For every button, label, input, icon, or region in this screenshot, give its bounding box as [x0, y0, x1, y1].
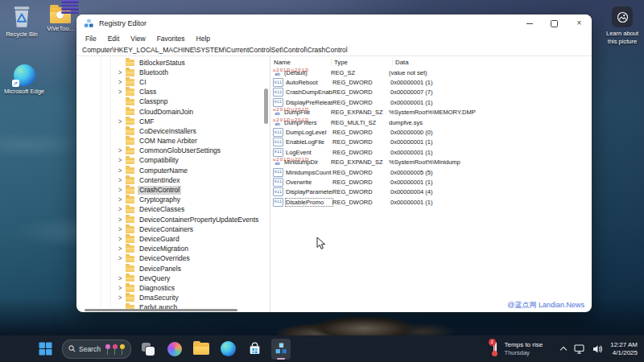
- value-row-displayparameters[interactable]: 011DisplayParametersREG_DWORD0x00000004 …: [270, 187, 592, 197]
- chevron-right-icon[interactable]: >: [118, 68, 126, 76]
- menu-help[interactable]: Help: [191, 35, 216, 43]
- values-pane[interactable]: Name Type Data ab(Default)REG_SZ(value n…: [270, 56, 592, 312]
- tree-item-commonglobusersettings[interactable]: >CommonGlobUserSettings: [76, 146, 270, 156]
- tree-item-label[interactable]: CloudDomainJoin: [138, 108, 195, 117]
- maximize-button[interactable]: [542, 14, 567, 32]
- tree-item-label[interactable]: DeviceOverrides: [138, 254, 192, 263]
- value-row-autoreboot[interactable]: 011AutoRebootREG_DWORD0x00000001 (1): [270, 77, 592, 87]
- chevron-right-icon[interactable]: >: [118, 284, 126, 292]
- value-row-dumpfilters[interactable]: abDumpFiltersREG_MULTI_SZdumpfve.sys: [270, 117, 592, 127]
- tree-item-bluetooth[interactable]: >Bluetooth: [76, 68, 270, 77]
- tree-item-label[interactable]: DeviceGuard: [138, 235, 181, 244]
- value-row-minidumpdir[interactable]: abMinidumpDirREG_EXPAND_SZ%SystemRoot%\M…: [270, 158, 592, 167]
- registry-hive-file-icon[interactable]: [61, 0, 79, 14]
- chevron-right-icon[interactable]: >: [118, 176, 126, 184]
- tree-item-label[interactable]: CMF: [138, 117, 155, 126]
- registry-editor-taskbar-button[interactable]: [271, 339, 291, 360]
- tree-item-label[interactable]: DevicePanels: [138, 265, 183, 274]
- tree-item-class[interactable]: >Class: [76, 88, 270, 97]
- tree-item-label[interactable]: DevQuery: [138, 274, 171, 283]
- chevron-right-icon[interactable]: >: [118, 147, 126, 155]
- tree-item-label[interactable]: DeviceContainers: [138, 225, 195, 234]
- tree-item-deviceguard[interactable]: >DeviceGuard: [76, 234, 270, 244]
- chevron-right-icon[interactable]: >: [118, 167, 126, 175]
- title-bar[interactable]: Registry Editor ×: [76, 14, 592, 32]
- chevron-right-icon[interactable]: >: [118, 78, 126, 86]
- copilot-button[interactable]: [165, 339, 184, 360]
- chevron-right-icon[interactable]: >: [118, 225, 126, 233]
- tree-item-devquery[interactable]: >DevQuery: [76, 274, 270, 283]
- tree-vertical-scrollbar[interactable]: [264, 88, 268, 124]
- value-name[interactable]: DisplayPreReleas...: [286, 99, 332, 106]
- value-row--default-[interactable]: ab(Default)REG_SZ(value not set): [270, 68, 592, 77]
- tree-item-diagnostics[interactable]: >Diagnostics: [76, 283, 270, 293]
- show-hidden-icons-button[interactable]: [560, 346, 567, 352]
- value-row-overwrite[interactable]: 011OverwriteREG_DWORD0x00000001 (1): [270, 177, 592, 187]
- tree-item-label[interactable]: DeviceContainerPropertyUpdateEvents: [138, 216, 260, 224]
- value-name[interactable]: MinidumpsCount: [286, 169, 332, 176]
- tree-item-label[interactable]: Classpnp: [138, 97, 169, 106]
- chevron-right-icon[interactable]: >: [118, 186, 126, 194]
- tree-item-contentindex[interactable]: >ContentIndex: [76, 175, 270, 185]
- value-row-logevent[interactable]: 011LogEventREG_DWORD0x00000001 (1): [270, 147, 592, 157]
- tree-item-com-name-arbiter[interactable]: COM Name Arbiter: [76, 137, 270, 146]
- registry-tree[interactable]: BitlockerStatus>Bluetooth>CI>ClassClassp…: [76, 56, 270, 312]
- chevron-right-icon[interactable]: >: [118, 235, 126, 243]
- value-name[interactable]: DumpLogLevel: [286, 129, 332, 136]
- value-name[interactable]: EnableLogFile: [286, 138, 332, 146]
- search-box[interactable]: Search: [62, 339, 131, 359]
- menu-edit[interactable]: Edit: [102, 35, 126, 43]
- clock[interactable]: 12:27 AM 4/1/2025: [610, 341, 638, 357]
- value-row-disablepromo[interactable]: 011DisablePromoREG_DWORD0x00000001 (1): [270, 197, 592, 207]
- menu-favorites[interactable]: Favorites: [151, 35, 191, 43]
- recycle-bin-shortcut[interactable]: Recycle Bin: [2, 5, 42, 38]
- tree-item-label[interactable]: CrashControl: [138, 186, 181, 195]
- close-button[interactable]: ×: [567, 14, 592, 32]
- chevron-right-icon[interactable]: >: [118, 206, 126, 214]
- value-row-dumploglevel[interactable]: 011DumpLogLevelREG_DWORD0x00000000 (0): [270, 127, 592, 137]
- network-icon[interactable]: [574, 344, 585, 354]
- value-row-dumpfile[interactable]: abDumpFileREG_EXPAND_SZ%SystemRoot%\MEMO…: [270, 108, 592, 117]
- value-name[interactable]: DisplayParameters: [286, 188, 332, 195]
- volume-icon[interactable]: [592, 344, 603, 354]
- value-name[interactable]: CrashDumpEnabl...: [286, 88, 332, 96]
- chevron-right-icon[interactable]: >: [118, 274, 126, 282]
- weather-widget[interactable]: 2 Temps to rise Thursday: [489, 341, 543, 357]
- tree-item-label[interactable]: BitlockerStatus: [138, 59, 187, 68]
- microsoft-store-button[interactable]: [245, 339, 264, 360]
- tree-item-clouddomainjoin[interactable]: CloudDomainJoin: [76, 107, 270, 117]
- tree-item-label[interactable]: Bluetooth: [138, 68, 170, 77]
- tree-item-label[interactable]: DeviceClasses: [138, 205, 186, 214]
- column-header-type[interactable]: Type: [331, 59, 392, 66]
- tree-item-label[interactable]: DeviceMigration: [138, 245, 190, 253]
- tree-item-label[interactable]: DmaSecurity: [138, 294, 180, 302]
- address-bar[interactable]: Computer\HKEY_LOCAL_MACHINE\SYSTEM\Curre…: [76, 44, 592, 56]
- tree-item-devicecontainerpropertyupdateevents[interactable]: >DeviceContainerPropertyUpdateEvents: [76, 215, 270, 224]
- start-button[interactable]: [35, 339, 55, 360]
- tree-item-codeviceinstallers[interactable]: CoDeviceInstallers: [76, 126, 270, 136]
- edge-desktop-shortcut[interactable]: ↗ Microsoft Edge: [2, 64, 47, 95]
- tree-item-deviceoverrides[interactable]: >DeviceOverrides: [76, 254, 270, 264]
- minimize-button[interactable]: [517, 14, 542, 32]
- tree-item-ci[interactable]: >CI: [76, 77, 270, 87]
- registry-path[interactable]: Computer\HKEY_LOCAL_MACHINE\SYSTEM\Curre…: [82, 46, 348, 54]
- tree-item-label[interactable]: COM Name Arbiter: [138, 137, 199, 146]
- tree-item-computername[interactable]: >ComputerName: [76, 166, 270, 175]
- chevron-right-icon[interactable]: >: [118, 88, 126, 96]
- tree-item-compatibility[interactable]: >Compatibility: [76, 156, 270, 166]
- tree-item-label[interactable]: Class: [138, 88, 158, 97]
- chevron-right-icon[interactable]: >: [118, 245, 126, 253]
- value-name[interactable]: Overwrite: [286, 179, 332, 186]
- tree-item-label[interactable]: CI: [138, 78, 148, 87]
- tree-item-classpnp[interactable]: Classpnp: [76, 97, 270, 107]
- menu-view[interactable]: View: [125, 35, 151, 43]
- chevron-right-icon[interactable]: >: [118, 294, 126, 302]
- tree-item-label[interactable]: Cryptography: [138, 195, 182, 204]
- chevron-right-icon[interactable]: >: [118, 216, 126, 224]
- tree-item-label[interactable]: Compatibility: [138, 156, 180, 165]
- value-row-displayprereleas-[interactable]: 011DisplayPreReleas...REG_DWORD0x0000000…: [270, 97, 592, 107]
- column-header-data[interactable]: Data: [392, 59, 592, 66]
- tree-item-devicecontainers[interactable]: >DeviceContainers: [76, 224, 270, 234]
- tree-item-label[interactable]: Diagnostics: [138, 284, 176, 293]
- value-name[interactable]: AutoReboot: [286, 79, 332, 86]
